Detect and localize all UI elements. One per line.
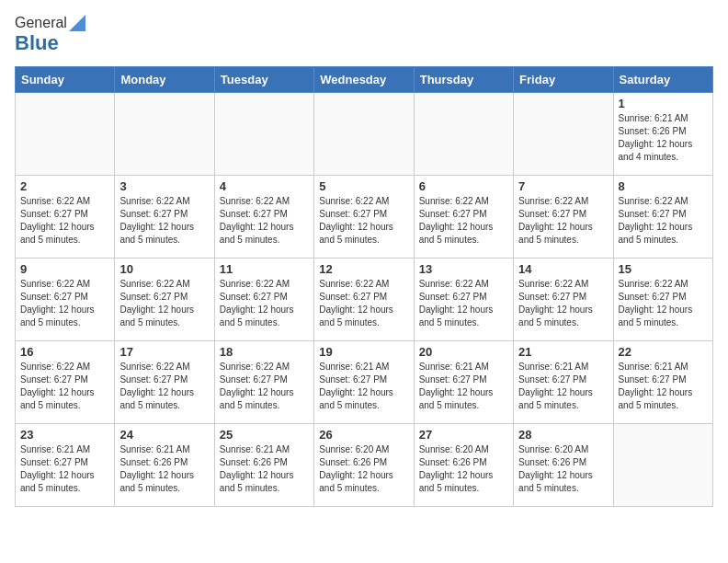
week-row-4: 16Sunrise: 6:22 AM Sunset: 6:27 PM Dayli… — [16, 341, 713, 424]
day-number: 7 — [518, 179, 608, 193]
logo-blue-text: Blue — [15, 31, 59, 54]
day-number: 23 — [20, 428, 109, 442]
calendar-cell: 24Sunrise: 6:21 AM Sunset: 6:26 PM Dayli… — [115, 424, 214, 507]
day-number: 2 — [20, 179, 109, 193]
day-number: 5 — [319, 179, 408, 193]
day-number: 8 — [619, 179, 708, 193]
column-header-monday: Monday — [115, 67, 214, 93]
calendar-cell: 16Sunrise: 6:22 AM Sunset: 6:27 PM Dayli… — [16, 341, 115, 424]
day-info: Sunrise: 6:22 AM Sunset: 6:27 PM Dayligh… — [220, 361, 309, 412]
column-header-tuesday: Tuesday — [214, 67, 313, 93]
calendar-cell: 11Sunrise: 6:22 AM Sunset: 6:27 PM Dayli… — [214, 259, 313, 341]
calendar-cell: 10Sunrise: 6:22 AM Sunset: 6:27 PM Dayli… — [115, 259, 214, 341]
day-info: Sunrise: 6:21 AM Sunset: 6:27 PM Dayligh… — [319, 361, 408, 412]
column-header-friday: Friday — [514, 67, 613, 93]
calendar-cell: 21Sunrise: 6:21 AM Sunset: 6:27 PM Dayli… — [514, 341, 613, 424]
day-number: 11 — [220, 262, 309, 276]
column-header-saturday: Saturday — [613, 67, 712, 93]
day-number: 25 — [220, 428, 309, 442]
calendar-cell: 4Sunrise: 6:22 AM Sunset: 6:27 PM Daylig… — [214, 176, 313, 259]
calendar-cell: 12Sunrise: 6:22 AM Sunset: 6:27 PM Dayli… — [314, 259, 414, 341]
day-info: Sunrise: 6:22 AM Sunset: 6:27 PM Dayligh… — [220, 278, 309, 329]
day-number: 14 — [518, 262, 608, 276]
day-info: Sunrise: 6:21 AM Sunset: 6:26 PM Dayligh… — [220, 443, 309, 495]
week-row-1: 1Sunrise: 6:21 AM Sunset: 6:26 PM Daylig… — [16, 93, 713, 176]
day-info: Sunrise: 6:22 AM Sunset: 6:27 PM Dayligh… — [220, 195, 309, 247]
day-number: 9 — [20, 262, 109, 276]
day-number: 18 — [220, 345, 309, 359]
day-info: Sunrise: 6:22 AM Sunset: 6:27 PM Dayligh… — [518, 278, 608, 329]
day-info: Sunrise: 6:22 AM Sunset: 6:27 PM Dayligh… — [20, 278, 109, 329]
day-number: 27 — [419, 428, 508, 442]
column-header-thursday: Thursday — [414, 67, 513, 93]
day-number: 4 — [220, 179, 309, 193]
calendar-cell — [613, 424, 712, 507]
calendar-cell: 25Sunrise: 6:21 AM Sunset: 6:26 PM Dayli… — [214, 424, 313, 507]
day-number: 6 — [419, 179, 508, 193]
day-info: Sunrise: 6:22 AM Sunset: 6:27 PM Dayligh… — [20, 195, 109, 247]
calendar-header-row: SundayMondayTuesdayWednesdayThursdayFrid… — [16, 67, 713, 93]
calendar-cell: 27Sunrise: 6:20 AM Sunset: 6:26 PM Dayli… — [414, 424, 513, 507]
day-info: Sunrise: 6:21 AM Sunset: 6:26 PM Dayligh… — [119, 443, 209, 495]
day-number: 22 — [619, 345, 708, 359]
calendar: SundayMondayTuesdayWednesdayThursdayFrid… — [15, 66, 713, 507]
day-number: 24 — [119, 428, 209, 442]
day-info: Sunrise: 6:22 AM Sunset: 6:27 PM Dayligh… — [619, 278, 708, 329]
calendar-cell: 22Sunrise: 6:21 AM Sunset: 6:27 PM Dayli… — [613, 341, 712, 424]
day-number: 28 — [518, 428, 608, 442]
day-info: Sunrise: 6:22 AM Sunset: 6:27 PM Dayligh… — [319, 278, 408, 329]
column-header-wednesday: Wednesday — [314, 67, 414, 93]
day-number: 15 — [619, 262, 708, 276]
day-number: 12 — [319, 262, 408, 276]
day-number: 26 — [319, 428, 408, 442]
calendar-cell — [514, 93, 613, 176]
calendar-cell — [314, 93, 414, 176]
week-row-3: 9Sunrise: 6:22 AM Sunset: 6:27 PM Daylig… — [16, 259, 713, 341]
day-info: Sunrise: 6:22 AM Sunset: 6:27 PM Dayligh… — [119, 195, 209, 247]
calendar-cell: 20Sunrise: 6:21 AM Sunset: 6:27 PM Dayli… — [414, 341, 513, 424]
calendar-cell: 18Sunrise: 6:22 AM Sunset: 6:27 PM Dayli… — [214, 341, 313, 424]
logo: General Blue — [15, 15, 85, 55]
day-info: Sunrise: 6:22 AM Sunset: 6:27 PM Dayligh… — [319, 195, 408, 247]
day-number: 20 — [419, 345, 508, 359]
day-number: 21 — [518, 345, 608, 359]
day-info: Sunrise: 6:21 AM Sunset: 6:27 PM Dayligh… — [419, 361, 508, 412]
header: General Blue — [15, 15, 713, 55]
calendar-cell: 3Sunrise: 6:22 AM Sunset: 6:27 PM Daylig… — [115, 176, 214, 259]
calendar-cell: 15Sunrise: 6:22 AM Sunset: 6:27 PM Dayli… — [613, 259, 712, 341]
day-number: 17 — [119, 345, 209, 359]
day-info: Sunrise: 6:22 AM Sunset: 6:27 PM Dayligh… — [419, 278, 508, 329]
day-info: Sunrise: 6:21 AM Sunset: 6:27 PM Dayligh… — [20, 443, 109, 495]
calendar-cell — [414, 93, 513, 176]
logo-general-text: General — [15, 15, 67, 31]
day-number: 19 — [319, 345, 408, 359]
calendar-cell — [214, 93, 313, 176]
day-info: Sunrise: 6:21 AM Sunset: 6:27 PM Dayligh… — [518, 361, 608, 412]
calendar-cell: 9Sunrise: 6:22 AM Sunset: 6:27 PM Daylig… — [16, 259, 115, 341]
calendar-cell: 7Sunrise: 6:22 AM Sunset: 6:27 PM Daylig… — [514, 176, 613, 259]
day-info: Sunrise: 6:22 AM Sunset: 6:27 PM Dayligh… — [518, 195, 608, 247]
calendar-cell: 17Sunrise: 6:22 AM Sunset: 6:27 PM Dayli… — [115, 341, 214, 424]
week-row-2: 2Sunrise: 6:22 AM Sunset: 6:27 PM Daylig… — [16, 176, 713, 259]
day-number: 10 — [119, 262, 209, 276]
day-info: Sunrise: 6:21 AM Sunset: 6:26 PM Dayligh… — [619, 112, 708, 164]
calendar-cell: 2Sunrise: 6:22 AM Sunset: 6:27 PM Daylig… — [16, 176, 115, 259]
day-info: Sunrise: 6:22 AM Sunset: 6:27 PM Dayligh… — [119, 361, 209, 412]
calendar-cell: 19Sunrise: 6:21 AM Sunset: 6:27 PM Dayli… — [314, 341, 414, 424]
day-number: 3 — [119, 179, 209, 193]
day-number: 1 — [619, 97, 708, 110]
day-info: Sunrise: 6:22 AM Sunset: 6:27 PM Dayligh… — [119, 278, 209, 329]
day-info: Sunrise: 6:21 AM Sunset: 6:27 PM Dayligh… — [619, 361, 708, 412]
day-info: Sunrise: 6:20 AM Sunset: 6:26 PM Dayligh… — [518, 443, 608, 495]
day-number: 16 — [20, 345, 109, 359]
calendar-cell — [16, 93, 115, 176]
calendar-cell: 13Sunrise: 6:22 AM Sunset: 6:27 PM Dayli… — [414, 259, 513, 341]
calendar-cell: 23Sunrise: 6:21 AM Sunset: 6:27 PM Dayli… — [16, 424, 115, 507]
svg-marker-0 — [69, 15, 85, 31]
calendar-cell: 26Sunrise: 6:20 AM Sunset: 6:26 PM Dayli… — [314, 424, 414, 507]
calendar-cell: 6Sunrise: 6:22 AM Sunset: 6:27 PM Daylig… — [414, 176, 513, 259]
day-info: Sunrise: 6:20 AM Sunset: 6:26 PM Dayligh… — [319, 443, 408, 495]
logo-icon — [69, 15, 85, 31]
day-number: 13 — [419, 262, 508, 276]
calendar-cell: 8Sunrise: 6:22 AM Sunset: 6:27 PM Daylig… — [613, 176, 712, 259]
